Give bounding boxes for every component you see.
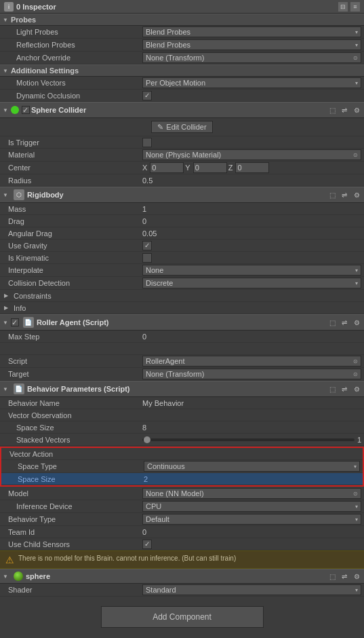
angular-drag-value: 0.05 [142,229,364,238]
behavior-type-value[interactable]: Default ▾ [142,514,364,525]
shader-value[interactable]: Standard ▾ [142,584,364,595]
anchor-override-dropdown-text: None (Transform) [146,54,353,62]
motion-vectors-value[interactable]: Per Object Motion ▾ [142,77,364,88]
sphere-collider-ref-icon[interactable]: ⬚ [327,105,337,115]
sphere-collider-collapse-icon[interactable]: ▼ [3,107,8,113]
sphere-link-icon[interactable]: ⇌ [340,571,349,581]
stacked-vectors-slider-track[interactable] [142,438,355,441]
sphere-actions: ⬚ ⇌ ⚙ [327,571,361,581]
reflection-probes-dropdown[interactable]: Blend Probes ▾ [142,39,361,50]
collision-detection-label: Collision Detection [0,279,142,287]
roller-agent-ref-icon[interactable]: ⬚ [327,318,337,327]
motion-vectors-label: Motion Vectors [0,79,142,87]
collision-detection-value[interactable]: Discrete ▾ [142,278,364,288]
sphere-collider-link-icon[interactable]: ⇌ [340,105,349,115]
angular-drag-label: Angular Drag [0,229,142,238]
menu-button[interactable]: ≡ [350,2,360,12]
material-value[interactable]: None (Physic Material) ⊙ [142,149,364,160]
rigidbody-collapse-icon[interactable]: ▼ [3,192,8,198]
model-row: Model None (NN Model) ⊙ [0,487,364,500]
space-type-value[interactable]: Continuous ▾ [144,461,363,472]
material-row: Material None (Physic Material) ⊙ [0,149,364,162]
interpolate-dropdown[interactable]: None ▾ [142,265,361,276]
reflection-probes-value[interactable]: Blend Probes ▾ [142,39,364,50]
inference-device-value[interactable]: CPU ▾ [142,501,364,512]
add-component-button[interactable]: Add Component [101,606,264,628]
use-gravity-checkbox[interactable]: ✓ [142,241,152,250]
additional-settings-collapse-icon[interactable]: ▼ [3,68,8,74]
lock-button[interactable]: ⊟ [338,2,348,12]
is-trigger-checkbox[interactable] [142,138,152,147]
edit-collider-button[interactable]: ✎ Edit Collider [151,121,212,133]
rigidbody-ref-icon[interactable]: ⬚ [327,190,337,200]
space-size-1-label: Space Size [0,424,142,432]
model-dropdown[interactable]: None (NN Model) ⊙ [142,488,361,499]
sphere-collider-gear-icon[interactable]: ⚙ [352,105,361,115]
script-value[interactable]: RollerAgent ⊙ [142,356,364,367]
center-x-input[interactable] [150,162,184,173]
roller-agent-gear-icon[interactable]: ⚙ [352,318,361,327]
center-z-input[interactable] [235,162,269,173]
info-collapse-icon[interactable]: ▶ [0,305,8,311]
interpolate-value[interactable]: None ▾ [142,265,364,276]
probes-collapse-icon[interactable]: ▼ [3,17,8,23]
space-type-dropdown[interactable]: Continuous ▾ [144,461,360,472]
center-y-input[interactable] [193,162,227,173]
behavior-parameters-link-icon[interactable]: ⇌ [340,384,349,394]
collision-detection-dropdown-text: Discrete [146,279,355,287]
drag-row: Drag 0 [0,215,364,227]
script-row: Script RollerAgent ⊙ [0,355,364,368]
behavior-parameters-collapse-icon[interactable]: ▼ [3,386,8,392]
target-dropdown[interactable]: None (Transform) ⊙ [142,369,361,379]
roller-agent-enabled-checkbox[interactable]: ✓ [11,318,19,326]
motion-vectors-dropdown[interactable]: Per Object Motion ▾ [142,77,361,88]
sphere-collider-label: Sphere Collider [31,106,327,114]
roller-agent-collapse-icon[interactable]: ▼ [3,320,8,326]
roller-agent-link-icon[interactable]: ⇌ [340,318,349,327]
center-xyz-row: X Y Z [142,162,361,173]
behavior-name-value: My Behavior [142,399,364,407]
rigidbody-gear-icon[interactable]: ⚙ [352,190,361,200]
team-id-label: Team Id [0,528,142,536]
light-probes-value[interactable]: Blend Probes ▾ [142,26,364,37]
model-label: Model [0,489,142,498]
use-gravity-value: ✓ [142,241,364,250]
vector-action-section: Vector Action Space Type Continuous ▾ Sp… [0,447,364,487]
light-probes-dropdown[interactable]: Blend Probes ▾ [142,26,361,37]
stacked-vectors-row: Stacked Vectors 1 [0,434,364,446]
sphere-collider-enabled-checkbox[interactable]: ✓ [22,106,30,114]
inference-device-dropdown[interactable]: CPU ▾ [142,501,361,512]
model-value[interactable]: None (NN Model) ⊙ [142,488,364,499]
sphere-ref-icon[interactable]: ⬚ [327,571,337,581]
is-kinematic-checkbox[interactable] [142,253,152,263]
behavior-parameters-gear-icon[interactable]: ⚙ [352,384,361,394]
collision-detection-dropdown[interactable]: Discrete ▾ [142,278,361,288]
dynamic-occlusion-checkbox[interactable]: ✓ [142,91,152,100]
constraints-collapse-icon[interactable]: ▶ [0,293,8,299]
space-size-2-row: Space Size 2 [1,473,363,485]
use-child-sensors-checkbox[interactable]: ✓ [142,540,152,549]
material-dropdown[interactable]: None (Physic Material) ⊙ [142,149,361,160]
radius-row: Radius 0.5 [0,174,364,187]
behavior-type-dropdown[interactable]: Default ▾ [142,514,361,525]
shader-dropdown[interactable]: Standard ▾ [142,584,361,595]
reflection-probes-dropdown-arrow: ▾ [355,42,358,48]
anchor-override-dropdown[interactable]: None (Transform) ⊙ [142,52,361,63]
reflection-probes-row: Reflection Probes Blend Probes ▾ [0,39,364,52]
sphere-collapse-icon[interactable]: ▼ [3,574,8,580]
stacked-vectors-value: 1 [142,436,364,444]
light-probes-label: Light Probes [0,28,142,36]
anchor-override-value[interactable]: None (Transform) ⊙ [142,52,364,63]
target-value[interactable]: None (Transform) ⊙ [142,369,364,379]
max-step-label: Max Step [0,333,142,341]
is-kinematic-row: Is Kinematic [0,252,364,264]
constraints-row: ▶ Constraints [0,290,364,302]
space-size-2-text: 2 [144,475,148,483]
material-dropdown-text: None (Physic Material) [146,151,353,159]
behavior-parameters-header: ▼ 📄 Behavior Parameters (Script) ⬚ ⇌ ⚙ [0,381,364,397]
rigidbody-link-icon[interactable]: ⇌ [340,190,349,200]
sphere-gear-icon[interactable]: ⚙ [352,571,361,581]
behavior-parameters-ref-icon[interactable]: ⬚ [327,384,337,394]
sphere-collider-actions: ⬚ ⇌ ⚙ [327,105,361,115]
script-dropdown[interactable]: RollerAgent ⊙ [142,356,361,367]
